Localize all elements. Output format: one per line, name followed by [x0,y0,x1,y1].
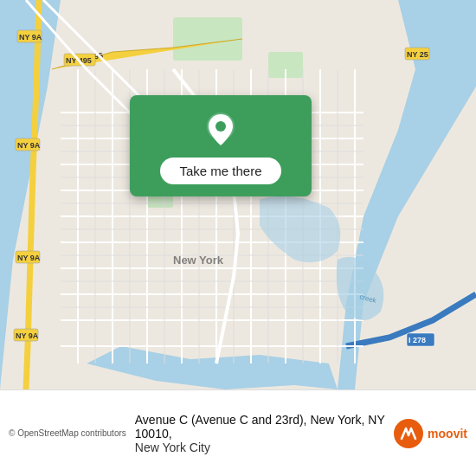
moovit-logo: moovit [393,418,467,449]
bottom-bar: © OpenStreetMap contributors Avenue C (A… [0,389,476,476]
svg-text:NY 25: NY 25 [407,50,428,59]
address-block: Avenue C (Avenue C and 23rd), New York, … [126,413,386,454]
svg-text:NY 9A: NY 9A [17,141,41,150]
take-me-there-card: Take me there [130,95,312,196]
moovit-text: moovit [428,427,467,441]
osm-credit-text: © OpenStreetMap contributors [9,428,126,438]
svg-text:NY 9A: NY 9A [17,254,41,262]
svg-point-61 [215,121,226,132]
address-line1: Avenue C (Avenue C and 23rd), New York, … [135,413,386,441]
take-me-there-button[interactable]: Take me there [160,158,280,184]
map-background[interactable]: NY 495 NY 495 NY 9A NY 9A NY 9A NY 9A NY… [0,0,476,389]
svg-text:New York: New York [173,254,224,267]
svg-text:NY 9A: NY 9A [16,331,39,340]
address-line2: New York City [135,441,386,454]
osm-credit: © OpenStreetMap contributors [9,428,126,438]
location-pin-icon [202,111,240,149]
moovit-icon [393,418,424,449]
svg-text:I 278: I 278 [408,336,426,344]
svg-text:NY 9A: NY 9A [19,33,42,42]
svg-rect-5 [173,17,242,61]
map-container: NY 495 NY 495 NY 9A NY 9A NY 9A NY 9A NY… [0,0,476,476]
